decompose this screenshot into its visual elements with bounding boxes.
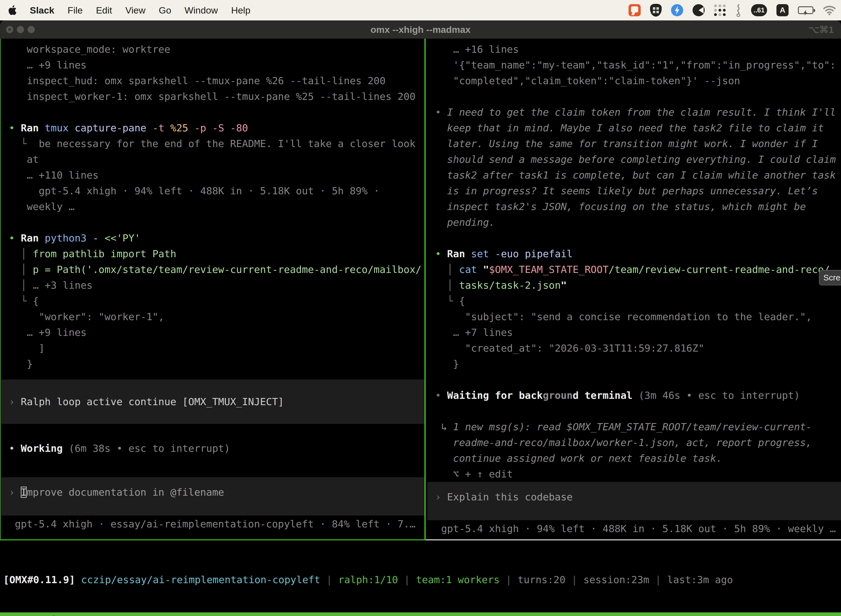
text-segment: • [9,443,21,454]
terminal-block: workspace_mode: worktree … +9 lines insp… [1,41,424,372]
terminal-area: workspace_mode: worktree … +9 lines insp… [0,39,841,541]
text-segment: › [9,487,21,498]
pane-border-bottom-inactive [426,539,841,540]
terminal-line: } [428,356,841,372]
text-segment: › [435,491,447,503]
text-segment: d terminal [573,390,633,401]
text-segment: … +110 lines [9,169,98,181]
text-segment: from pathlib import Path [33,248,176,260]
menu-item-edit[interactable]: Edit [96,5,112,16]
chat-app-icon[interactable] [629,4,641,16]
terminal-line [428,372,841,387]
text-segment: ] [9,343,45,354]
dark-disc-icon[interactable] [693,4,705,16]
text-segment: inspect task2's JSON, focusing on the st… [435,201,806,212]
letter-a-icon[interactable]: A [777,4,788,16]
text-segment: continue assigned work or next feasible … [435,453,722,464]
dots-grid-icon[interactable] [714,4,726,16]
menu-item-app[interactable]: Slack [30,5,54,16]
text-segment: └ [435,295,459,307]
terminal-line: … +9 lines [1,57,424,73]
text-segment: … +9 lines [9,59,86,70]
text-segment: Ran [21,232,45,244]
menu-item-file[interactable]: File [67,5,83,16]
terminal-line: ] [1,340,424,356]
tmux-pane-right[interactable]: … +16 lines '{"team_name":"my-team","tas… [428,41,841,539]
text-segment: { [459,295,465,307]
terminal-line [1,104,424,120]
text-segment: gpt-5.4 xhigh · 94% left · 488K in · 5.1… [435,523,836,534]
text-segment: keep that in mind. Maybe I also need the… [435,122,824,133]
text-segment: └ [9,138,39,149]
pane-divider[interactable] [424,39,426,540]
text-segment: task2 after task1 is complete, but can I… [435,169,836,181]
text-segment: $OMX_TEAM_STATE_ROOT [489,264,608,275]
wifi-icon[interactable] [823,4,836,16]
terminal-line: inspect_hud: omx sparkshell --tmux-pane … [1,73,424,89]
text-segment: inspect_hud: omx sparkshell --tmux-pane … [9,75,385,87]
count-badge-icon[interactable]: ..61 [751,4,767,16]
text-segment: Working [21,443,63,454]
squiggle-icon[interactable] [735,4,742,16]
text-segment: Ran [21,122,45,133]
shield-grid-icon[interactable] [650,4,662,16]
terminal-line: inspect task2's JSON, focusing on the st… [428,199,841,214]
text-segment: └ [9,295,33,307]
text-segment: gpt-5.4 xhigh · essay/ai-reimplementatio… [9,518,416,529]
text-segment: … +9 lines [9,327,86,338]
screen-share-tooltip: Scre [819,270,841,285]
terminal-line: • Ran tmux capture-pane -t %25 -p -S -80 [1,120,424,136]
text-segment: } [9,358,33,370]
terminal-block: gpt-5.4 xhigh · essay/ai-reimplementatio… [1,516,424,532]
text-segment: } [435,358,459,370]
omx-status-line: [OMX#0.11.9] cczip/essay/ai-reimplementa… [3,572,733,588]
terminal-line: └ { [1,293,424,309]
text-segment: at [9,154,39,165]
text-segment: turns:20 [518,574,566,585]
terminal-line: workspace_mode: worktree [1,41,424,57]
pane-border-left [0,39,1,540]
terminal-line: at [1,151,424,167]
bolt-badge-icon[interactable] [671,4,683,16]
terminal-line: ↳ 1 new msg(s): read $OMX_TEAM_STATE_ROO… [428,419,841,435]
screen: Slack File Edit View Go Window Help [0,0,841,616]
tmux-host-clock: "MacBook-Pro-44.local" 05:03 31-Mar-26 [611,612,838,616]
menu-item-go[interactable]: Go [159,5,171,16]
terminal-line: "completed","claim_token":"claim-token"}… [428,73,841,89]
text-segment: is in progress? It seems likely but perh… [435,185,818,197]
menu-item-view[interactable]: View [125,5,145,16]
terminal-line: • Ran python3 - <<'PY' [1,230,424,246]
terminal-line: │ p = Path('.omx/state/team/review-curre… [1,262,424,277]
menu-item-help[interactable]: Help [231,5,251,16]
text-segment: <<'PY' [105,232,141,244]
close-button[interactable] [6,26,13,33]
text-segment: (3m 46s • esc to interrupt) [632,390,800,401]
text-segment: be necessary for the end of the README. … [39,138,415,149]
window-shortcut-badge: ⌥⌘1 [809,21,834,39]
minimize-button[interactable] [17,26,24,33]
menu-item-window[interactable]: Window [185,5,218,16]
battery-charging-icon[interactable] [798,4,813,16]
text-segment: | [566,574,583,585]
text-segment: ralph:1/10 [338,574,398,585]
notice-band: › Ralph loop active continue [OMX_TMUX_I… [1,380,424,424]
terminal-line: later. Using the same for transition mig… [428,136,841,151]
text-segment: ↳ [435,421,453,433]
apple-menu-icon[interactable] [8,5,16,15]
zoom-button[interactable] [28,26,35,33]
text-segment: … +7 lines [435,327,513,338]
text-segment: "worker": "worker-1", [9,311,164,322]
text-segment: | [320,574,338,585]
terminal-line: } [1,356,424,372]
prompt-input-box[interactable]: › Explain this codebase [428,482,841,520]
text-segment: › [9,396,21,407]
prompt-input-box[interactable]: › Improve documentation in @filename [1,477,424,516]
terminal-line: • Ran set -euo pipefail [428,246,841,262]
window-title: omx --xhigh --madmax [0,24,841,35]
text-segment: cczip/essay/ai-reimplementation-copyleft [81,574,320,585]
terminal-line: '{"team_name":"my-team","task_id":"1","f… [428,57,841,73]
tmux-pane-left[interactable]: workspace_mode: worktree … +9 lines insp… [1,41,424,539]
terminal-line: keep that in mind. Maybe I also need the… [428,120,841,136]
text-segment: { [33,295,39,307]
terminal-line: … +7 lines [428,324,841,340]
